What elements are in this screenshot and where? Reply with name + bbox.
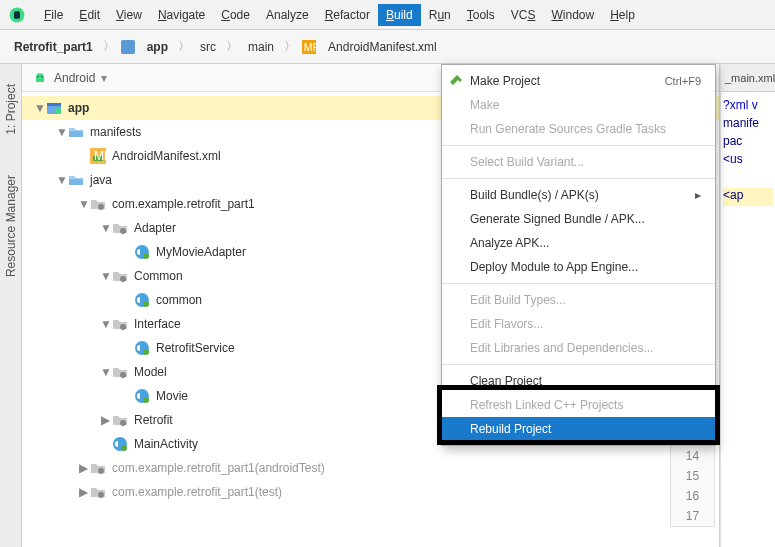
menu-refactor[interactable]: Refactor (317, 4, 378, 26)
menu-item-analyze-apk[interactable]: Analyze APK... (442, 231, 715, 255)
svg-rect-1 (14, 11, 20, 19)
menu-separator (442, 178, 715, 179)
package-icon (112, 268, 128, 284)
tree-com-example-retrofit-part1[interactable]: ▶com.example.retrofit_part1 (androidTest… (22, 456, 719, 480)
tree-label: com.example.retrofit_part1 (112, 485, 255, 499)
svg-point-26 (120, 420, 126, 426)
tree-label: Movie (156, 389, 188, 403)
svg-point-13 (98, 204, 104, 210)
package-icon (112, 364, 128, 380)
tree-label: java (90, 173, 112, 187)
chevron-right-icon[interactable]: ▶ (78, 485, 88, 499)
menu-file[interactable]: File (36, 4, 71, 26)
menu-code[interactable]: Code (213, 4, 258, 26)
svg-point-9 (55, 108, 61, 114)
menu-view[interactable]: View (108, 4, 150, 26)
class-icon (112, 436, 128, 452)
menu-item-build-bundle-s-apk-s[interactable]: Build Bundle(s) / APK(s)▸ (442, 183, 715, 207)
menu-item-label: Edit Flavors... (470, 317, 543, 331)
svg-point-30 (98, 492, 104, 498)
tool-window-rail: 1: Project Resource Manager (0, 64, 22, 547)
menu-item-label: Refresh Linked C++ Projects (470, 398, 623, 412)
breadcrumb-root[interactable]: Retrofit_part1 (10, 38, 97, 56)
svg-point-17 (120, 276, 126, 282)
tree-label: MainActivity (134, 437, 198, 451)
chevron-down-icon[interactable]: ▼ (56, 125, 66, 139)
editor-code[interactable]: ?xml v manife pac <us <ap (721, 92, 775, 547)
folder-icon (68, 124, 84, 140)
menu-analyze[interactable]: Analyze (258, 4, 317, 26)
package-icon (90, 484, 106, 500)
module-icon (46, 100, 62, 116)
menu-item-label: Deploy Module to App Engine... (470, 260, 638, 274)
package-icon (90, 460, 106, 476)
menu-window[interactable]: Window (543, 4, 602, 26)
breadcrumb: Retrofit_part1 〉 app 〉 src 〉 main 〉 MF A… (0, 30, 775, 64)
menu-item-clean-project[interactable]: Clean Project (442, 369, 715, 393)
menu-edit[interactable]: Edit (71, 4, 108, 26)
menu-item-select-build-variant: Select Build Variant... (442, 150, 715, 174)
tree-label: Interface (134, 317, 181, 331)
tree-suffix: (androidTest) (255, 461, 325, 475)
folder-icon (68, 172, 84, 188)
breadcrumb-app[interactable]: app (143, 38, 172, 56)
tree-label: AndroidManifest.xml (112, 149, 221, 163)
svg-point-20 (120, 324, 126, 330)
chevron-down-icon[interactable]: ▾ (101, 71, 107, 85)
editor-tab[interactable]: _main.xml (721, 64, 775, 92)
menu-navigate[interactable]: Navigate (150, 4, 213, 26)
chevron-down-icon[interactable]: ▼ (56, 173, 66, 187)
tree-label: Model (134, 365, 167, 379)
menu-item-generate-signed-bundle-apk[interactable]: Generate Signed Bundle / APK... (442, 207, 715, 231)
chevron-right-icon: 〉 (224, 38, 240, 55)
menu-help[interactable]: Help (602, 4, 643, 26)
rail-project[interactable]: 1: Project (4, 84, 18, 135)
menu-item-edit-flavors: Edit Flavors... (442, 312, 715, 336)
menu-vcs[interactable]: VCS (503, 4, 544, 26)
menu-item-rebuild-project[interactable]: Rebuild Project (442, 417, 715, 441)
menu-item-deploy-module-to-app-engine[interactable]: Deploy Module to App Engine... (442, 255, 715, 279)
menu-separator (442, 364, 715, 365)
menu-shortcut: Ctrl+F9 (665, 75, 701, 87)
svg-rect-2 (121, 40, 135, 54)
menu-item-label: Analyze APK... (470, 236, 549, 250)
chevron-right-icon[interactable]: ▶ (100, 413, 110, 427)
svg-text:MF: MF (94, 149, 106, 163)
menu-tools[interactable]: Tools (459, 4, 503, 26)
rail-resource-manager[interactable]: Resource Manager (4, 175, 18, 277)
menu-item-run-generate-sources-gradle-tasks: Run Generate Sources Gradle Tasks (442, 117, 715, 141)
svg-point-14 (120, 228, 126, 234)
menu-item-refresh-linked-c-projects: Refresh Linked C++ Projects (442, 393, 715, 417)
tree-label: common (156, 293, 202, 307)
breadcrumb-file[interactable]: AndroidManifest.xml (324, 38, 441, 56)
android-studio-logo-icon (8, 6, 26, 24)
svg-point-16 (143, 253, 149, 259)
breadcrumb-main[interactable]: main (244, 38, 278, 56)
tree-label: RetrofitService (156, 341, 235, 355)
package-icon (90, 196, 106, 212)
svg-point-22 (143, 349, 149, 355)
svg-point-28 (121, 445, 127, 451)
menu-item-label: Generate Signed Bundle / APK... (470, 212, 645, 226)
svg-point-6 (41, 76, 42, 77)
breadcrumb-src[interactable]: src (196, 38, 220, 56)
menu-item-edit-build-types: Edit Build Types... (442, 288, 715, 312)
chevron-down-icon[interactable]: ▼ (100, 365, 110, 379)
chevron-down-icon[interactable]: ▼ (100, 269, 110, 283)
package-icon (112, 220, 128, 236)
chevron-down-icon[interactable]: ▼ (100, 221, 110, 235)
tree-com-example-retrofit-part1[interactable]: ▶com.example.retrofit_part1 (test) (22, 480, 719, 504)
package-icon (112, 412, 128, 428)
chevron-down-icon[interactable]: ▼ (100, 317, 110, 331)
menu-item-make: Make (442, 93, 715, 117)
menu-item-label: Make Project (470, 74, 540, 88)
package-icon (112, 316, 128, 332)
menu-run[interactable]: Run (421, 4, 459, 26)
chevron-down-icon[interactable]: ▼ (34, 101, 44, 115)
menu-build[interactable]: Build (378, 4, 421, 26)
chevron-right-icon[interactable]: ▶ (78, 461, 88, 475)
menu-item-make-project[interactable]: Make ProjectCtrl+F9 (442, 69, 715, 93)
chevron-down-icon[interactable]: ▼ (78, 197, 88, 211)
chevron-right-icon: 〉 (176, 38, 192, 55)
chevron-right-icon: 〉 (282, 38, 298, 55)
